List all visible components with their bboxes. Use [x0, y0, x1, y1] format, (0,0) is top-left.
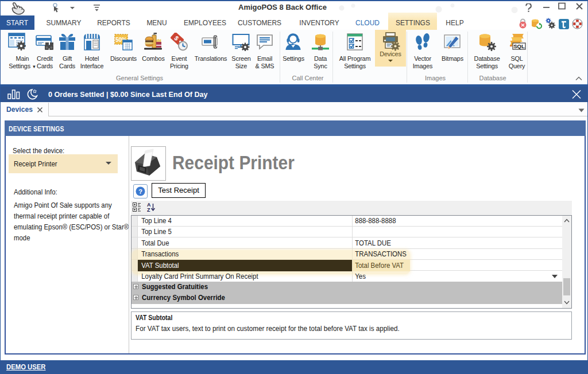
svg-text:?: ?: [138, 188, 142, 195]
svg-text:Z: Z: [147, 207, 150, 213]
svg-text:SQL: SQL: [513, 43, 525, 49]
